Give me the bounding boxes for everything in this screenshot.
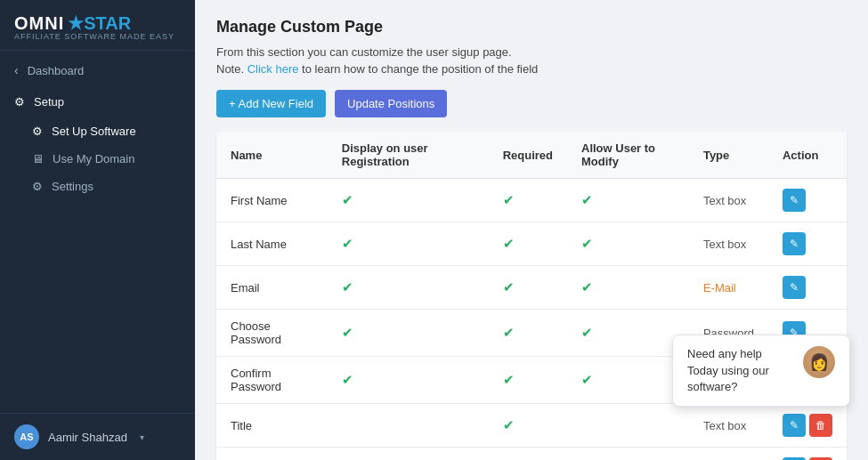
field-allow-modify: [567, 448, 689, 461]
field-name: Choose Password: [216, 310, 328, 357]
check-icon: ✔: [581, 325, 593, 340]
action-buttons: ✎: [783, 189, 832, 212]
field-allow-modify: ✔: [567, 179, 689, 222]
table-row: Title✔Text box✎🗑: [216, 404, 847, 448]
field-allow-modify: ✔: [567, 310, 689, 357]
monitor-icon: 🖥: [32, 152, 44, 165]
type-label: Text box: [703, 194, 746, 207]
field-display: ✔: [328, 310, 489, 357]
field-action: ✎🗑: [768, 404, 847, 448]
setup-icon: ⚙: [14, 95, 25, 109]
page-description: From this section you can customize the …: [216, 45, 847, 59]
use-my-domain-label: Use My Domain: [53, 152, 134, 165]
check-icon: ✔: [581, 372, 593, 387]
field-required: ✔: [489, 310, 567, 357]
table-row: Email✔✔✔E-Mail✎: [216, 266, 847, 310]
add-new-field-button[interactable]: + Add New Field: [216, 90, 326, 117]
field-name: Confirm Password: [216, 357, 328, 404]
chevron-left-icon: ‹: [14, 63, 19, 77]
field-allow-modify: ✔: [567, 266, 689, 310]
sidebar-nav: ‹ Dashboard ⚙ Setup ⚙ Set Up Software 🖥 …: [0, 51, 195, 413]
field-allow-modify: [567, 404, 689, 448]
avatar: AS: [14, 424, 39, 449]
sidebar-item-use-my-domain[interactable]: 🖥 Use My Domain: [0, 145, 195, 173]
table-row: First Name✔✔✔Text box✎: [216, 179, 847, 222]
field-action: ✎🗑: [768, 448, 847, 461]
col-name: Name: [216, 132, 328, 179]
sidebar: OMNI★STAR AFFILIATE SOFTWARE MADE EASY ‹…: [0, 0, 195, 460]
field-required: ✔: [489, 357, 567, 404]
user-chevron-icon: ▾: [140, 432, 144, 442]
fields-table-container: Name Display on user Registration Requir…: [216, 132, 847, 460]
note-link[interactable]: Click here: [247, 62, 299, 76]
user-profile[interactable]: AS Aamir Shahzad ▾: [0, 413, 195, 460]
field-required: ✔: [489, 404, 567, 448]
table-row: Company✔✎🗑: [216, 448, 847, 461]
field-type: Text box: [689, 222, 768, 266]
field-required: ✔: [489, 448, 567, 461]
sidebar-item-dashboard[interactable]: ‹ Dashboard: [0, 54, 195, 86]
check-icon: ✔: [503, 325, 515, 340]
field-display: ✔: [328, 222, 489, 266]
field-name: Company: [216, 448, 328, 461]
field-type: [689, 448, 768, 461]
field-name: Title: [216, 404, 328, 448]
check-icon: ✔: [503, 417, 515, 432]
field-type: Text box: [689, 404, 768, 448]
sidebar-item-setup-software[interactable]: ⚙ Set Up Software: [0, 117, 195, 145]
edit-button[interactable]: ✎: [783, 414, 806, 437]
settings-icon: ⚙: [32, 180, 43, 193]
col-type: Type: [689, 132, 768, 179]
check-icon: ✔: [342, 236, 353, 251]
field-action: ✎: [768, 266, 847, 310]
gear-icon: ⚙: [32, 125, 43, 138]
check-icon: ✔: [342, 192, 353, 207]
settings-label: Settings: [52, 180, 93, 193]
check-icon: ✔: [503, 236, 515, 251]
logo-subtitle: AFFILIATE SOFTWARE MADE EASY: [14, 32, 181, 41]
type-label: E-Mail: [703, 281, 736, 295]
check-icon: ✔: [342, 325, 353, 340]
field-display: [328, 448, 489, 461]
field-name: Email: [216, 266, 328, 310]
chat-popup: Need any help Today using our software? …: [672, 335, 850, 407]
check-icon: ✔: [581, 279, 593, 295]
delete-button[interactable]: 🗑: [809, 414, 832, 437]
check-icon: ✔: [581, 236, 593, 251]
update-positions-button[interactable]: Update Positions: [335, 90, 447, 117]
check-icon: ✔: [503, 192, 515, 207]
type-label: Text box: [703, 419, 746, 432]
field-display: [328, 404, 489, 448]
edit-button[interactable]: ✎: [783, 276, 806, 299]
user-name: Aamir Shahzad: [48, 431, 127, 444]
field-display: ✔: [328, 179, 489, 222]
field-required: ✔: [489, 266, 567, 310]
check-icon: ✔: [503, 279, 515, 295]
type-label: Text box: [703, 238, 746, 251]
table-row: Last Name✔✔✔Text box✎: [216, 222, 847, 266]
dashboard-label: Dashboard: [28, 64, 85, 77]
sidebar-item-settings[interactable]: ⚙ Settings: [0, 173, 195, 200]
action-buttons: ✎: [783, 276, 832, 299]
check-icon: ✔: [581, 192, 593, 207]
chat-avatar-image: 👩: [803, 346, 835, 378]
field-name: First Name: [216, 179, 328, 222]
field-type: Text box: [689, 179, 768, 222]
field-allow-modify: ✔: [567, 222, 689, 266]
edit-button[interactable]: ✎: [783, 189, 806, 212]
action-buttons: ✎🗑: [783, 414, 832, 437]
page-note: Note. Click here to learn how to change …: [216, 62, 847, 76]
sidebar-setup-header: ⚙ Setup: [0, 86, 195, 117]
field-display: ✔: [328, 266, 489, 310]
edit-button[interactable]: ✎: [783, 232, 806, 255]
field-allow-modify: ✔: [567, 357, 689, 404]
setup-software-label: Set Up Software: [52, 125, 136, 138]
logo-star: ★STAR: [68, 12, 131, 34]
action-bar: + Add New Field Update Positions: [216, 90, 847, 117]
field-name: Last Name: [216, 222, 328, 266]
check-icon: ✔: [342, 279, 353, 295]
col-allow-modify: Allow User to Modify: [567, 132, 689, 179]
action-buttons: ✎: [783, 232, 832, 255]
fields-table: Name Display on user Registration Requir…: [216, 132, 847, 460]
chat-text: Need any help Today using our software?: [687, 346, 794, 395]
